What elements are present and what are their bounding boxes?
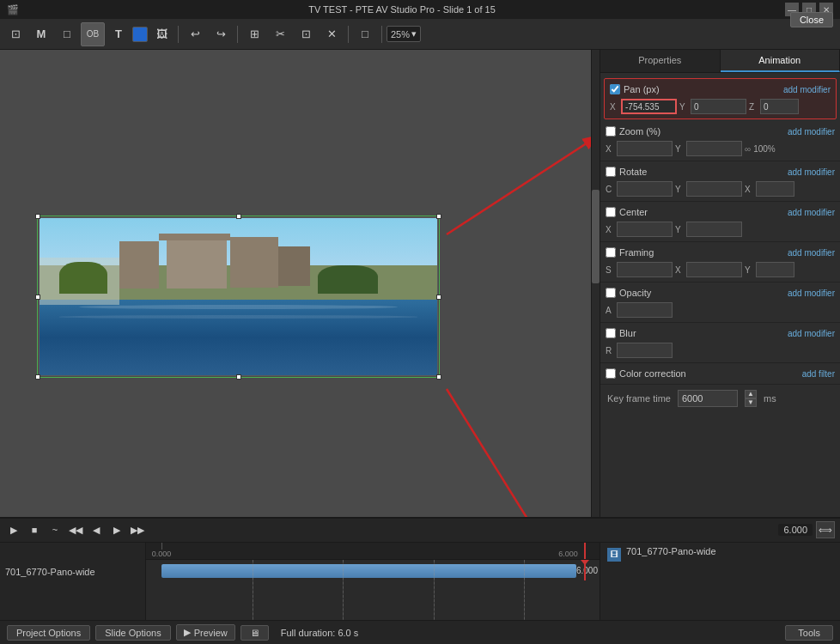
blur-label: Blur	[619, 328, 636, 338]
keyframe-spin-up[interactable]: ▲	[745, 390, 757, 398]
rotate-add-modifier[interactable]: add modifier	[788, 167, 835, 177]
tb-rect-btn[interactable]: □	[55, 22, 79, 46]
keyframe-spin-down[interactable]: ▼	[745, 398, 757, 407]
pan-z-input[interactable]	[760, 99, 799, 114]
opacity-a-input[interactable]	[617, 302, 673, 318]
keyframe-input[interactable]	[678, 390, 738, 407]
pan-checkbox[interactable]	[610, 84, 620, 94]
duration-text: Full duration: 6.0 s	[281, 628, 359, 638]
center-y-input[interactable]	[686, 222, 742, 237]
timeline-ruler: 0.000 6.000	[146, 543, 600, 560]
rotate-y-label: Y	[675, 185, 684, 194]
center-x-label: X	[606, 225, 614, 234]
framing-add-modifier[interactable]: add modifier	[788, 248, 835, 258]
zoom-add-modifier[interactable]: add modifier	[788, 127, 835, 137]
pan-add-modifier[interactable]: add modifier	[783, 85, 831, 94]
right-panel: Properties Animation Pan (px) add modifi…	[600, 50, 840, 517]
tb-image-btn[interactable]: 🖼	[149, 22, 173, 46]
zoom-y-input[interactable]	[686, 141, 742, 156]
tb-m-btn[interactable]: M	[29, 22, 53, 46]
tb-text-btn[interactable]: T	[107, 22, 131, 46]
center-x-input[interactable]	[617, 222, 673, 237]
track-bar[interactable]	[161, 564, 576, 578]
tools-button[interactable]: Tools	[785, 625, 833, 641]
preview-label: Preview	[194, 628, 228, 638]
tb-undo-btn[interactable]: ↩	[183, 22, 207, 46]
app-icon: 🎬	[7, 4, 19, 15]
tab-properties[interactable]: Properties	[600, 50, 721, 72]
ruler-label-end: 6.000	[558, 550, 578, 558]
tl-back-btn[interactable]: ◀	[88, 521, 105, 538]
tb-copy-btn[interactable]: ⊡	[294, 22, 318, 46]
zoom-dropdown-icon[interactable]: ▾	[411, 28, 417, 39]
monitor-btn[interactable]: 🖥	[240, 625, 269, 641]
canvas-scrollbar[interactable]	[591, 50, 600, 517]
framing-x-input[interactable]	[686, 262, 742, 277]
framing-s-input[interactable]	[617, 262, 673, 277]
color-correction-checkbox[interactable]	[606, 368, 616, 379]
tl-wave-btn[interactable]: ~	[46, 521, 64, 538]
timeline-controls: ▶ ■ ~ ◀◀ ◀ ▶ ▶▶ 6.000 ⟺	[0, 519, 840, 543]
keyframe-label: Key frame time	[607, 393, 671, 404]
tl-prev-btn[interactable]: ◀◀	[67, 521, 84, 538]
rotate-c-input[interactable]	[617, 181, 673, 197]
framing-checkbox[interactable]	[606, 247, 616, 258]
zoom-checkbox[interactable]	[606, 126, 616, 137]
zoom-control[interactable]: 25% ▾	[387, 26, 421, 42]
canvas-area[interactable]	[0, 50, 600, 517]
center-add-modifier[interactable]: add modifier	[788, 208, 835, 217]
framing-y-input[interactable]	[756, 262, 794, 277]
preview-button[interactable]: ▶ Preview	[176, 624, 235, 641]
ruler-playhead	[584, 543, 586, 559]
center-checkbox[interactable]	[606, 207, 616, 217]
tb-color-btn[interactable]	[132, 27, 148, 42]
playhead[interactable]	[584, 562, 586, 580]
panel-close-button[interactable]: Close	[790, 12, 833, 27]
tb-grid-btn[interactable]: ⊞	[242, 22, 266, 46]
rotate-c-label: C	[606, 185, 614, 194]
playhead-triangle	[581, 560, 589, 565]
tab-animation[interactable]: Animation	[721, 50, 841, 72]
blur-r-input[interactable]	[617, 343, 673, 358]
keyframe-spinner[interactable]: ▲ ▼	[745, 390, 757, 407]
blur-add-modifier[interactable]: add modifier	[788, 329, 835, 338]
project-options-button[interactable]: Project Options	[7, 625, 90, 641]
opacity-checkbox[interactable]	[606, 288, 616, 298]
zoom-x-label: X	[606, 144, 614, 154]
framing-s-label: S	[606, 265, 614, 275]
timeline-expand-btn[interactable]: ⟺	[816, 521, 835, 538]
grid-line-4	[524, 560, 525, 620]
color-correction-header: Color correction add filter	[606, 366, 835, 381]
opacity-inputs: A	[606, 301, 835, 319]
tb-view-btn[interactable]: □	[353, 22, 377, 46]
separator-2	[237, 26, 238, 43]
rotate-y-input[interactable]	[686, 181, 742, 197]
timeline-tracks[interactable]: 0.000 6.000 6.000	[146, 543, 600, 620]
track-row[interactable]: 6.000	[146, 562, 600, 580]
tl-play-btn[interactable]: ▶	[5, 521, 22, 538]
tb-ob-btn[interactable]: OB	[81, 22, 105, 46]
tl-stop-btn[interactable]: ■	[26, 521, 43, 538]
rotate-checkbox[interactable]	[606, 167, 616, 177]
zoom-x-input[interactable]	[617, 141, 673, 156]
tb-cut-btn[interactable]: ✂	[268, 22, 292, 46]
tb-delete-btn[interactable]: ✕	[320, 22, 344, 46]
slide-options-button[interactable]: Slide Options	[95, 625, 170, 641]
zoom-percent: 100%	[753, 144, 776, 154]
tb-redo-btn[interactable]: ↪	[209, 22, 233, 46]
svg-line-1	[447, 135, 600, 234]
scrollbar-thumb[interactable]	[592, 190, 600, 283]
blur-checkbox[interactable]	[606, 328, 616, 338]
rotate-x-input[interactable]	[756, 181, 794, 197]
pan-x-input[interactable]	[621, 99, 677, 114]
canvas-image[interactable]	[39, 217, 438, 376]
tb-icon-btn[interactable]: ⊡	[3, 22, 27, 46]
color-correction-add-filter[interactable]: add filter	[802, 369, 835, 379]
opacity-a-label: A	[606, 306, 614, 315]
opacity-add-modifier[interactable]: add modifier	[788, 289, 835, 298]
zoom-section: Zoom (%) add modifier X Y ∞ 100%	[600, 121, 840, 161]
keyframe-row: Key frame time ▲ ▼ ms	[600, 385, 840, 412]
tl-fwd-btn[interactable]: ▶	[108, 521, 125, 538]
tl-next-btn[interactable]: ▶▶	[129, 521, 146, 538]
pan-y-input[interactable]	[691, 99, 746, 114]
